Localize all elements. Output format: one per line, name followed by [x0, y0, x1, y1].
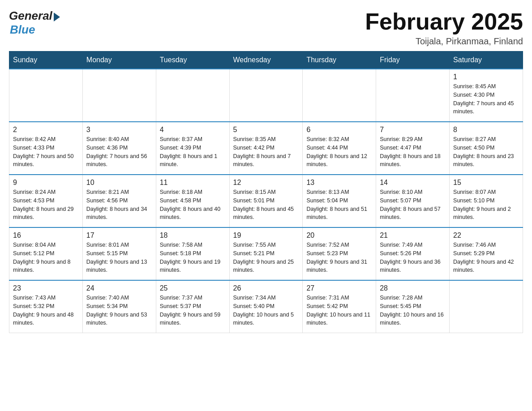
- day-number: 20: [306, 231, 372, 240]
- day-info: Sunrise: 7:52 AM Sunset: 5:23 PM Dayligh…: [306, 241, 372, 274]
- logo-arrow-icon: [54, 13, 60, 21]
- logo-blue-text: Blue: [10, 23, 35, 37]
- calendar-cell: 9Sunrise: 8:24 AM Sunset: 4:53 PM Daylig…: [9, 175, 83, 227]
- day-number: 10: [86, 179, 152, 187]
- day-info: Sunrise: 7:46 AM Sunset: 5:29 PM Dayligh…: [453, 241, 519, 274]
- calendar-week-row: 2Sunrise: 8:42 AM Sunset: 4:33 PM Daylig…: [9, 122, 523, 175]
- day-number: 3: [86, 126, 152, 134]
- calendar-cell: 26Sunrise: 7:34 AM Sunset: 5:40 PM Dayli…: [229, 280, 303, 333]
- calendar-cell: 21Sunrise: 7:49 AM Sunset: 5:26 PM Dayli…: [376, 227, 450, 280]
- calendar-cell: [450, 280, 523, 333]
- day-info: Sunrise: 8:37 AM Sunset: 4:39 PM Dayligh…: [160, 135, 226, 169]
- calendar-cell: [9, 69, 83, 122]
- day-info: Sunrise: 8:42 AM Sunset: 4:33 PM Dayligh…: [13, 135, 79, 169]
- calendar-cell: 23Sunrise: 7:43 AM Sunset: 5:32 PM Dayli…: [9, 280, 83, 333]
- calendar-week-row: 1Sunrise: 8:45 AM Sunset: 4:30 PM Daylig…: [9, 69, 523, 122]
- calendar-cell: 2Sunrise: 8:42 AM Sunset: 4:33 PM Daylig…: [9, 122, 83, 175]
- calendar-cell: 14Sunrise: 8:10 AM Sunset: 5:07 PM Dayli…: [376, 175, 450, 227]
- calendar-cell: [229, 69, 303, 122]
- day-info: Sunrise: 8:18 AM Sunset: 4:58 PM Dayligh…: [160, 188, 226, 222]
- day-number: 24: [86, 284, 152, 292]
- day-number: 14: [380, 179, 446, 187]
- day-number: 9: [13, 179, 79, 187]
- day-info: Sunrise: 7:55 AM Sunset: 5:21 PM Dayligh…: [233, 241, 299, 274]
- calendar-cell: [303, 69, 376, 122]
- page-header: General Blue February 2025 Toijala, Pirk…: [9, 9, 523, 47]
- day-number: 12: [233, 179, 299, 187]
- calendar-week-row: 23Sunrise: 7:43 AM Sunset: 5:32 PM Dayli…: [9, 280, 523, 333]
- day-number: 19: [233, 231, 299, 240]
- calendar-cell: 3Sunrise: 8:40 AM Sunset: 4:36 PM Daylig…: [82, 122, 156, 175]
- day-info: Sunrise: 8:01 AM Sunset: 5:15 PM Dayligh…: [86, 241, 152, 274]
- day-info: Sunrise: 7:40 AM Sunset: 5:34 PM Dayligh…: [86, 294, 152, 327]
- weekday-header-tuesday: Tuesday: [156, 51, 229, 69]
- day-info: Sunrise: 7:43 AM Sunset: 5:32 PM Dayligh…: [13, 294, 79, 327]
- calendar-cell: 4Sunrise: 8:37 AM Sunset: 4:39 PM Daylig…: [156, 122, 229, 175]
- calendar-cell: [156, 69, 229, 122]
- weekday-header-friday: Friday: [376, 51, 450, 69]
- calendar-cell: 22Sunrise: 7:46 AM Sunset: 5:29 PM Dayli…: [450, 227, 523, 280]
- day-info: Sunrise: 8:15 AM Sunset: 5:01 PM Dayligh…: [233, 188, 299, 222]
- calendar-cell: 18Sunrise: 7:58 AM Sunset: 5:18 PM Dayli…: [156, 227, 229, 280]
- calendar-cell: 1Sunrise: 8:45 AM Sunset: 4:30 PM Daylig…: [450, 69, 523, 122]
- day-number: 21: [380, 231, 446, 240]
- calendar-cell: 19Sunrise: 7:55 AM Sunset: 5:21 PM Dayli…: [229, 227, 303, 280]
- day-info: Sunrise: 7:58 AM Sunset: 5:18 PM Dayligh…: [160, 241, 226, 274]
- weekday-header-monday: Monday: [82, 51, 156, 69]
- calendar-cell: 12Sunrise: 8:15 AM Sunset: 5:01 PM Dayli…: [229, 175, 303, 227]
- day-number: 6: [306, 126, 372, 134]
- day-number: 16: [13, 231, 79, 240]
- day-number: 26: [233, 284, 299, 292]
- calendar-cell: [376, 69, 450, 122]
- day-number: 22: [453, 231, 519, 240]
- weekday-header-saturday: Saturday: [450, 51, 523, 69]
- calendar-cell: 10Sunrise: 8:21 AM Sunset: 4:56 PM Dayli…: [82, 175, 156, 227]
- title-block: February 2025 Toijala, Pirkanmaa, Finlan…: [365, 9, 523, 47]
- calendar-cell: [82, 69, 156, 122]
- day-number: 23: [13, 284, 79, 292]
- calendar-week-row: 9Sunrise: 8:24 AM Sunset: 4:53 PM Daylig…: [9, 175, 523, 227]
- day-number: 13: [306, 179, 372, 187]
- logo-general-text: General: [9, 9, 52, 23]
- day-info: Sunrise: 8:24 AM Sunset: 4:53 PM Dayligh…: [13, 188, 79, 222]
- day-info: Sunrise: 8:45 AM Sunset: 4:30 PM Dayligh…: [453, 82, 519, 116]
- day-number: 28: [380, 284, 446, 292]
- calendar-cell: 17Sunrise: 8:01 AM Sunset: 5:15 PM Dayli…: [82, 227, 156, 280]
- day-number: 17: [86, 231, 152, 240]
- weekday-header-thursday: Thursday: [303, 51, 376, 69]
- weekday-row: SundayMondayTuesdayWednesdayThursdayFrid…: [9, 51, 523, 69]
- day-info: Sunrise: 7:34 AM Sunset: 5:40 PM Dayligh…: [233, 294, 299, 327]
- day-info: Sunrise: 8:29 AM Sunset: 4:47 PM Dayligh…: [380, 135, 446, 169]
- day-info: Sunrise: 8:10 AM Sunset: 5:07 PM Dayligh…: [380, 188, 446, 222]
- calendar-cell: 5Sunrise: 8:35 AM Sunset: 4:42 PM Daylig…: [229, 122, 303, 175]
- calendar-body: 1Sunrise: 8:45 AM Sunset: 4:30 PM Daylig…: [9, 69, 523, 333]
- weekday-header-wednesday: Wednesday: [229, 51, 303, 69]
- day-info: Sunrise: 8:04 AM Sunset: 5:12 PM Dayligh…: [13, 241, 79, 274]
- day-number: 27: [306, 284, 372, 292]
- calendar-cell: 15Sunrise: 8:07 AM Sunset: 5:10 PM Dayli…: [450, 175, 523, 227]
- day-number: 11: [160, 179, 226, 187]
- day-info: Sunrise: 8:13 AM Sunset: 5:04 PM Dayligh…: [306, 188, 372, 222]
- day-number: 4: [160, 126, 226, 134]
- day-number: 25: [160, 284, 226, 292]
- day-info: Sunrise: 8:35 AM Sunset: 4:42 PM Dayligh…: [233, 135, 299, 169]
- day-info: Sunrise: 7:37 AM Sunset: 5:37 PM Dayligh…: [160, 294, 226, 327]
- day-number: 8: [453, 126, 519, 134]
- calendar-header: SundayMondayTuesdayWednesdayThursdayFrid…: [9, 51, 523, 69]
- calendar-cell: 24Sunrise: 7:40 AM Sunset: 5:34 PM Dayli…: [82, 280, 156, 333]
- day-number: 7: [380, 126, 446, 134]
- calendar-cell: 6Sunrise: 8:32 AM Sunset: 4:44 PM Daylig…: [303, 122, 376, 175]
- calendar-cell: 16Sunrise: 8:04 AM Sunset: 5:12 PM Dayli…: [9, 227, 83, 280]
- day-info: Sunrise: 8:40 AM Sunset: 4:36 PM Dayligh…: [86, 135, 152, 169]
- day-info: Sunrise: 7:28 AM Sunset: 5:45 PM Dayligh…: [380, 294, 446, 327]
- calendar-cell: 20Sunrise: 7:52 AM Sunset: 5:23 PM Dayli…: [303, 227, 376, 280]
- calendar-cell: 28Sunrise: 7:28 AM Sunset: 5:45 PM Dayli…: [376, 280, 450, 333]
- calendar-week-row: 16Sunrise: 8:04 AM Sunset: 5:12 PM Dayli…: [9, 227, 523, 280]
- calendar-cell: 8Sunrise: 8:27 AM Sunset: 4:50 PM Daylig…: [450, 122, 523, 175]
- day-info: Sunrise: 8:07 AM Sunset: 5:10 PM Dayligh…: [453, 188, 519, 222]
- calendar-cell: 11Sunrise: 8:18 AM Sunset: 4:58 PM Dayli…: [156, 175, 229, 227]
- day-info: Sunrise: 7:31 AM Sunset: 5:42 PM Dayligh…: [306, 294, 372, 327]
- calendar-cell: 25Sunrise: 7:37 AM Sunset: 5:37 PM Dayli…: [156, 280, 229, 333]
- day-info: Sunrise: 8:21 AM Sunset: 4:56 PM Dayligh…: [86, 188, 152, 222]
- logo: General Blue: [9, 9, 60, 37]
